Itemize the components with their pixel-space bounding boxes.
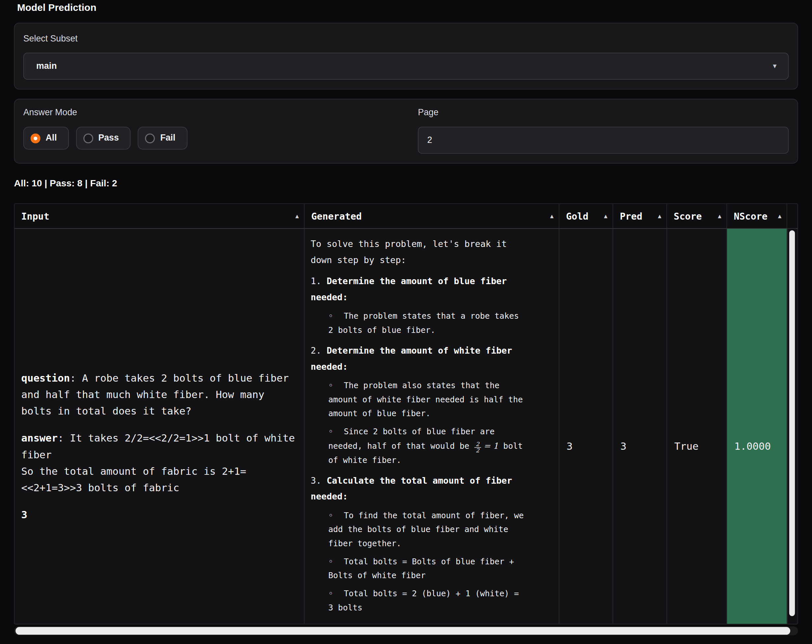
pred-value: 3	[620, 441, 626, 452]
bullet-icon: ◦	[328, 379, 344, 393]
column-header-label: Gold	[566, 211, 588, 221]
column-header-nscore[interactable]: NScore▲	[727, 204, 787, 228]
input-text-block: 3	[21, 507, 298, 523]
generated-sub-bullet: ◦Since 2 bolts of blue fiber are needed,…	[328, 425, 528, 467]
column-header-label: Generated	[311, 211, 362, 221]
results-table: Input▲Generated▲Gold▲Pred▲Score▲NScore▲ …	[14, 203, 798, 624]
column-header-label: Input	[21, 211, 49, 221]
generated-list-item: 1. Determine the amount of blue fiber ne…	[311, 273, 528, 305]
sort-ascending-icon[interactable]: ▲	[604, 213, 607, 219]
column-header-generated[interactable]: Generated▲	[305, 204, 559, 228]
generated-sub-bullet: ◦To find the total amount of fiber, we a…	[328, 509, 528, 551]
table-horizontal-scrollbar[interactable]	[14, 627, 798, 635]
input-text-block: question: A robe takes 2 bolts of blue f…	[21, 370, 298, 420]
generated-paragraph: To solve this problem, let's break it do…	[311, 236, 528, 268]
answer-mode-option-pass[interactable]: Pass	[76, 127, 131, 150]
answer-mode-label: Answer Mode	[23, 108, 418, 118]
subset-dropdown-value: main	[36, 61, 56, 71]
nscore-value: 1.0000	[734, 441, 771, 452]
bullet-icon: ◦	[328, 587, 344, 601]
column-header-label: NScore	[734, 211, 768, 221]
input-cell[interactable]: question: A robe takes 2 bolts of blue f…	[14, 229, 305, 624]
column-header-pred[interactable]: Pred▲	[613, 204, 667, 228]
horizontal-scrollbar-thumb[interactable]	[15, 627, 790, 635]
radio-icon	[145, 133, 155, 143]
column-header-gold[interactable]: Gold▲	[559, 204, 614, 228]
answer-mode-option-fail[interactable]: Fail	[138, 127, 187, 150]
generated-sub-bullet: ◦The problem states that a robe takes 2 …	[328, 310, 528, 337]
page-label: Page	[418, 108, 789, 118]
generated-sub-bullet: ◦The problem also states that the amount…	[328, 379, 528, 421]
table-row: question: A robe takes 2 bolts of blue f…	[14, 229, 798, 624]
controls-panel: Answer Mode AllPassFail Page 2	[14, 99, 798, 163]
app-root: Model Prediction Select Subset main ▼ An…	[0, 2, 812, 644]
math-fraction: 22 = 1	[474, 441, 499, 451]
list-number: 2.	[311, 345, 327, 356]
generated-sub-bullet: ◦Total bolts = Bolts of blue fiber + Bol…	[328, 555, 528, 583]
answer-mode-group: AllPassFail	[23, 127, 418, 150]
gold-value: 3	[567, 441, 572, 452]
answer-mode-option-all[interactable]: All	[23, 127, 69, 150]
input-text-block: answer: It takes 2/2=<<2/2=1>>1 bolt of …	[21, 430, 298, 496]
score-cell[interactable]: True	[667, 229, 727, 624]
pred-cell[interactable]: 3	[613, 229, 667, 624]
generated-sub-bullet: ◦Total bolts = 2 (blue) + 1 (white) = 3 …	[328, 587, 528, 615]
generated-cell[interactable]: To solve this problem, let's break it do…	[305, 229, 559, 624]
header-scrollbar-filler	[787, 204, 796, 228]
bullet-icon: ◦	[328, 425, 344, 439]
bullet-icon: ◦	[328, 555, 344, 569]
bullet-icon: ◦	[328, 509, 344, 523]
radio-option-label: Pass	[98, 133, 119, 143]
radio-icon	[83, 133, 93, 143]
sort-ascending-icon[interactable]: ▲	[658, 213, 661, 219]
generated-list-item: 2. Determine the amount of white fiber n…	[311, 343, 528, 375]
column-header-input[interactable]: Input▲	[14, 204, 305, 228]
score-value: True	[675, 441, 699, 452]
sort-ascending-icon[interactable]: ▲	[718, 213, 721, 219]
page-input[interactable]: 2	[418, 127, 789, 154]
page-title: Model Prediction	[17, 2, 812, 14]
stats-line: All: 10 | Pass: 8 | Fail: 2	[14, 178, 812, 189]
vertical-scrollbar-thumb[interactable]	[789, 230, 795, 617]
list-number: 1.	[311, 276, 327, 286]
list-number: 3.	[311, 475, 327, 485]
chevron-down-icon: ▼	[772, 63, 778, 70]
column-header-label: Score	[674, 211, 702, 221]
sort-ascending-icon[interactable]: ▲	[778, 213, 781, 219]
column-header-score[interactable]: Score▲	[667, 204, 727, 228]
table-header-row: Input▲Generated▲Gold▲Pred▲Score▲NScore▲	[14, 204, 798, 229]
table-vertical-scrollbar[interactable]	[787, 229, 796, 624]
column-header-label: Pred	[620, 211, 643, 221]
sort-ascending-icon[interactable]: ▲	[550, 213, 554, 219]
nscore-cell[interactable]: 1.0000	[727, 229, 787, 624]
gold-cell[interactable]: 3	[559, 229, 614, 624]
subset-dropdown[interactable]: main ▼	[23, 53, 789, 80]
page-input-value: 2	[427, 135, 432, 145]
radio-option-label: All	[46, 133, 56, 143]
radio-icon	[31, 133, 41, 143]
bullet-icon: ◦	[328, 310, 344, 323]
sort-ascending-icon[interactable]: ▲	[295, 213, 299, 219]
subset-panel: Select Subset main ▼	[14, 23, 798, 90]
subset-label: Select Subset	[23, 34, 789, 44]
generated-list-item: 3. Calculate the total amount of fiber n…	[311, 473, 528, 505]
radio-option-label: Fail	[160, 133, 176, 143]
